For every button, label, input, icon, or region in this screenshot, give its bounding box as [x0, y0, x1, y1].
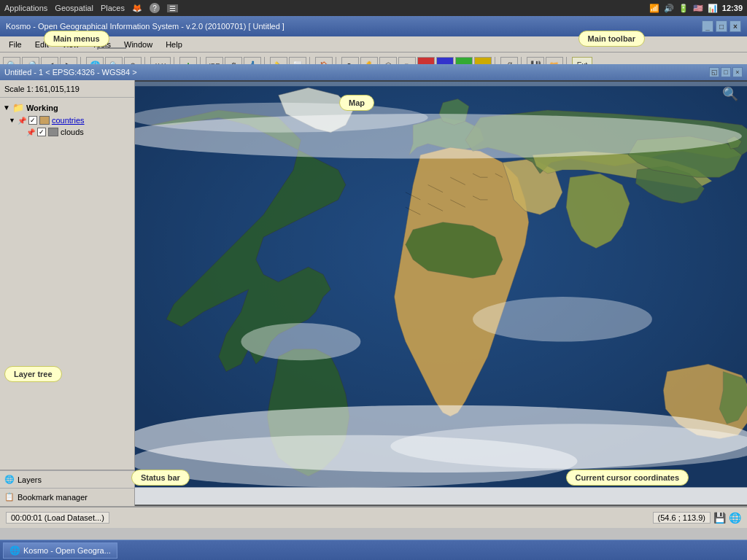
geospatial-menu[interactable]: Geospatial: [55, 4, 93, 12]
menu-help[interactable]: Help: [160, 39, 188, 50]
map-close-button[interactable]: ×: [732, 67, 743, 77]
scale-bar: Scale 1: 161,015,119: [0, 80, 134, 98]
status-icon-2: 🌐: [729, 512, 741, 524]
map-pin-countries: 📌: [18, 117, 26, 125]
countries-checkbox[interactable]: ✓: [28, 116, 37, 125]
layers-tab-icon: 🌐: [4, 475, 15, 484]
clock: 12:39: [722, 4, 743, 12]
menu-file[interactable]: File: [3, 39, 28, 50]
map-window-titlebar: Untitled - 1 < EPSG:4326 - WGS84 > ◱ □ ×: [0, 64, 747, 80]
status-left: 00:00:01 (Load Dataset...): [6, 512, 109, 524]
clouds-label[interactable]: clouds: [61, 128, 84, 136]
taskbar: 🌐 Kosmo - Open Geogra...: [0, 540, 747, 560]
left-panel-tabs: 🌐 Layers 📋 Bookmark manager: [0, 470, 134, 506]
clouds-checkbox[interactable]: ✓: [37, 128, 46, 136]
menu-view[interactable]: View: [56, 39, 85, 50]
taskbar-icon: 🌐: [9, 545, 20, 556]
title-bar: Kosmo - Open Geographical Information Sy…: [0, 16, 747, 36]
menu-edit[interactable]: Edit: [29, 39, 55, 50]
status-bar: Status bar Current cursor coordinates 00…: [0, 506, 747, 528]
layer-group-name: Working: [26, 104, 58, 112]
tree-expand-icon[interactable]: ▼: [3, 104, 10, 112]
maximize-button[interactable]: □: [716, 20, 727, 32]
applications-menu[interactable]: Applications: [4, 4, 47, 12]
window-icon[interactable]: ☰: [167, 4, 178, 12]
layer-group-header: ▼ 📁 Working: [3, 101, 131, 114]
svg-rect-10: [135, 487, 747, 506]
status-time-info: 00:00:01 (Load Dataset...): [6, 512, 109, 524]
taskbar-kosmo-item[interactable]: 🌐 Kosmo - Open Geogra...: [3, 542, 117, 559]
help-icon[interactable]: ?: [150, 3, 160, 13]
map-maximize-button[interactable]: □: [721, 67, 731, 77]
volume-icon: 🔊: [664, 4, 674, 13]
app-title: Kosmo - Open Geographical Information Sy…: [6, 22, 285, 31]
network-icon: 📶: [649, 4, 659, 13]
layer-tree-panel: ▼ 📁 Working ▼ 📌 ✓ countries 📌 ✓: [0, 98, 134, 470]
layer-group-working: ▼ 📁 Working ▼ 📌 ✓ countries 📌 ✓: [3, 101, 131, 138]
clouds-color: [48, 128, 58, 136]
close-button[interactable]: ×: [729, 20, 741, 32]
system-bar-left: Applications Geospatial Places 🦊 ? ☰: [4, 3, 178, 13]
left-panel: Scale 1: 161,015,119 ▼ 📁 Working ▼ 📌 ✓: [0, 80, 135, 506]
svg-point-4: [135, 103, 428, 133]
places-menu[interactable]: Places: [101, 4, 125, 12]
minimize-button[interactable]: _: [702, 20, 713, 32]
map-window-title: Untitled - 1 < EPSG:4326 - WGS84 >: [4, 68, 137, 77]
world-map-svg: [135, 80, 747, 506]
map-area[interactable]: Map 🔍: [135, 80, 747, 506]
scale-value: 161,015,119: [35, 85, 80, 93]
countries-label[interactable]: countries: [52, 116, 85, 125]
menu-bar: Main menus File Edit View Tools Window H…: [0, 36, 747, 52]
map-window: Untitled - 1 < EPSG:4326 - WGS84 > ◱ □ ×…: [0, 64, 747, 528]
svg-point-7: [390, 424, 747, 468]
tab-layers[interactable]: 🌐 Layers: [0, 470, 134, 488]
bookmark-tab-icon: 📋: [4, 492, 15, 502]
svg-point-8: [241, 323, 360, 360]
layer-item-countries[interactable]: ▼ 📌 ✓ countries: [3, 114, 131, 126]
system-bar: Applications Geospatial Places 🦊 ? ☰ 📶 🔊…: [0, 0, 747, 16]
map-restore-button[interactable]: ◱: [709, 67, 719, 77]
map-magnifier-icon: 🔍: [722, 86, 738, 102]
system-bar-right: 📶 🔊 🔋 🇺🇸 📊 12:39: [649, 4, 743, 13]
tab-bookmark-manager[interactable]: 📋 Bookmark manager: [0, 488, 134, 505]
signal-bars: 📊: [708, 4, 718, 13]
svg-point-9: [473, 297, 652, 341]
battery-icon: 🔋: [678, 4, 689, 13]
status-right: (54.6 ; 113.9) 💾 🌐: [653, 512, 741, 524]
taskbar-label: Kosmo - Open Geogra...: [23, 546, 111, 555]
layer-item-clouds[interactable]: 📌 ✓ clouds: [3, 126, 131, 138]
scale-label: Scale 1:: [4, 85, 34, 93]
map-pin-clouds: 📌: [26, 128, 35, 136]
arrow-main-menus-h: [97, 47, 126, 49]
map-window-controls[interactable]: ◱ □ ×: [709, 67, 743, 77]
firefox-icon[interactable]: 🦊: [132, 4, 142, 13]
title-bar-buttons[interactable]: _ □ ×: [702, 20, 741, 32]
countries-color: [39, 116, 50, 125]
layers-tab-label: Layers: [18, 475, 42, 484]
bookmark-tab-label: Bookmark manager: [18, 493, 88, 502]
flag-icon: 🇺🇸: [693, 4, 703, 13]
cursor-coordinates: (54.6 ; 113.9): [653, 512, 711, 524]
map-content: Scale 1: 161,015,119 ▼ 📁 Working ▼ 📌 ✓: [0, 80, 747, 506]
tree-item-expand[interactable]: ▼: [9, 117, 15, 124]
status-icon-1: 💾: [713, 512, 726, 524]
folder-icon: 📁: [12, 102, 24, 113]
